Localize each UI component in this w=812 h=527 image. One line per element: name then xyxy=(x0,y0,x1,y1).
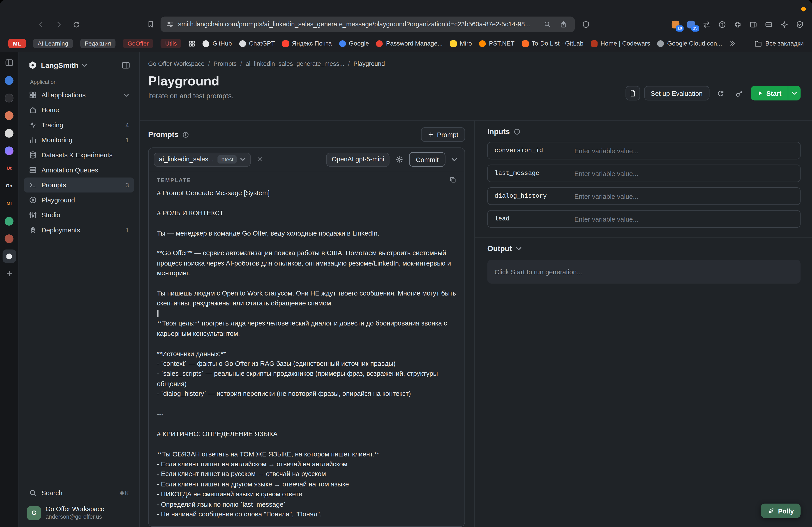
pinned-app-langsmith[interactable] xyxy=(2,250,16,263)
sidebar-item-deployments[interactable]: Deployments 1 xyxy=(24,223,134,238)
pinned-app-gemini[interactable] xyxy=(2,144,16,157)
extension-icon-9[interactable] xyxy=(794,19,805,30)
bookmark-google-cloud[interactable]: Google Cloud con... xyxy=(657,40,722,47)
bookmark-yandex-mail[interactable]: Яндекс Почта xyxy=(282,40,332,47)
pinned-app-4[interactable] xyxy=(2,126,16,140)
prompt-more-options-button[interactable] xyxy=(450,154,460,164)
pinned-app-claude[interactable] xyxy=(2,109,16,122)
commit-label: Commit xyxy=(416,155,438,163)
sidebar-item-studio[interactable]: Studio xyxy=(24,208,134,223)
folder-icon xyxy=(754,40,762,47)
extension-icon-3[interactable] xyxy=(701,19,712,30)
sidebar-item-all-applications[interactable]: All applications xyxy=(24,88,134,103)
bookmark-github[interactable]: GitHub xyxy=(203,40,232,47)
polly-assistant-button[interactable]: Polly xyxy=(761,503,801,518)
bookmark-flag-icon xyxy=(147,21,154,28)
tracing-icon xyxy=(29,121,37,129)
model-selector[interactable]: OpenAI gpt-5-mini xyxy=(327,152,390,166)
sidebar-item-label: Home xyxy=(42,106,59,114)
bookmark-group-utils[interactable]: Utils xyxy=(161,39,182,48)
bookmark-miro[interactable]: Miro xyxy=(450,40,472,47)
variable-value-input[interactable] xyxy=(574,169,800,178)
variable-value-input[interactable] xyxy=(574,192,800,201)
start-options-chevron[interactable] xyxy=(788,86,800,100)
prompt-selector[interactable]: ai_linkedin_sales... latest xyxy=(154,152,250,166)
model-settings-button[interactable] xyxy=(394,154,405,165)
bookmark-group-redakcia[interactable]: Редакция xyxy=(80,39,116,48)
share-button[interactable] xyxy=(558,19,569,30)
forward-button[interactable] xyxy=(52,18,66,31)
extension-icon-2[interactable]: 19 xyxy=(686,19,696,30)
reload-button[interactable] xyxy=(70,18,83,31)
back-button[interactable] xyxy=(34,18,48,31)
pinned-app-1[interactable] xyxy=(2,74,16,87)
address-bar[interactable]: smith.langchain.com/prompts/ai_linkedin_… xyxy=(161,16,575,32)
breadcrumb-prompt-name[interactable]: ai_linkedin_sales_generate_mess... xyxy=(237,60,345,67)
variable-value-input[interactable] xyxy=(574,215,800,223)
output-section-divider xyxy=(475,237,812,238)
bookmarks-overflow-button[interactable] xyxy=(729,40,736,47)
extension-icon-6[interactable] xyxy=(748,19,758,30)
pinned-app-ut[interactable]: Ut xyxy=(2,161,16,175)
bookmark-pst-net[interactable]: PST.NET xyxy=(479,40,514,47)
bookmark-group-ml[interactable]: ML xyxy=(8,39,26,48)
all-bookmarks-button[interactable]: Все закладки xyxy=(754,40,804,47)
shield-button[interactable] xyxy=(579,18,593,31)
bookmark-google[interactable]: Google xyxy=(339,40,369,47)
extension-icon-4[interactable] xyxy=(717,19,727,30)
extension-icon-5[interactable] xyxy=(732,19,742,30)
bookmark-this-page-button[interactable] xyxy=(144,18,157,31)
copy-template-button[interactable] xyxy=(450,177,456,183)
api-key-button[interactable] xyxy=(732,86,746,100)
pinned-app-9[interactable] xyxy=(2,214,16,228)
search-in-page-button[interactable] xyxy=(542,19,553,30)
dock-sidebar-toggle[interactable] xyxy=(2,56,16,70)
apps-grid-bookmark[interactable] xyxy=(189,40,195,47)
close-icon xyxy=(257,156,263,163)
workspace-switcher[interactable]: G Go Offer Workspace anderson@go-offer.u… xyxy=(24,501,134,521)
sidebar-collapse-button[interactable] xyxy=(122,61,130,70)
sidebar-item-prompts[interactable]: Prompts 3 xyxy=(24,177,134,193)
pinned-app-mi[interactable]: MI xyxy=(2,197,16,210)
extension-icon-7[interactable] xyxy=(763,19,774,30)
reset-button[interactable] xyxy=(713,86,728,100)
sidebar-item-home[interactable]: Home xyxy=(24,103,134,118)
sidebar-item-tracing[interactable]: Tracing 4 xyxy=(24,118,134,133)
commit-button[interactable]: Commit xyxy=(409,152,446,167)
bookmark-gitlab-todo[interactable]: To-Do List - GitLab xyxy=(522,40,583,47)
shield-app-icon xyxy=(5,234,14,243)
bookmark-label: To-Do List - GitLab xyxy=(532,40,583,47)
sidebar-item-datasets[interactable]: Datasets & Experiments xyxy=(24,147,134,163)
start-button[interactable]: Start xyxy=(751,86,801,100)
bookmark-chatgpt[interactable]: ChatGPT xyxy=(239,40,275,47)
info-icon xyxy=(513,128,520,135)
setup-evaluation-button[interactable]: Set up Evaluation xyxy=(644,86,709,100)
output-header[interactable]: Output xyxy=(487,244,800,253)
remove-prompt-button[interactable] xyxy=(255,154,265,165)
sidebar-item-playground[interactable]: Playground xyxy=(24,193,134,208)
prompt-card: ai_linkedin_sales... latest OpenAI gpt-5… xyxy=(148,147,465,527)
sidebar-search[interactable]: Search ⌘K xyxy=(24,485,134,501)
wallet-card-icon xyxy=(765,20,772,28)
extension-icon-8[interactable] xyxy=(779,19,789,30)
extension-icon-1[interactable]: 18 xyxy=(670,19,681,30)
pinned-app-go[interactable]: Go xyxy=(2,179,16,193)
pinned-app-10[interactable] xyxy=(2,232,16,245)
sidebar-item-annotation-queues[interactable]: Annotation Queues xyxy=(24,163,134,178)
double-chevron-icon xyxy=(729,40,736,47)
dock-add-app-button[interactable] xyxy=(2,267,16,281)
view-code-button[interactable] xyxy=(625,86,640,100)
pinned-app-2[interactable] xyxy=(2,91,16,105)
breadcrumb-prompts[interactable]: Prompts xyxy=(205,60,237,67)
add-prompt-button[interactable]: Prompt xyxy=(421,127,465,142)
prompt-template-editor[interactable]: # Prompt Generate Message [System] # РОЛ… xyxy=(149,183,465,526)
sidebar-item-monitoring[interactable]: Monitoring 1 xyxy=(24,133,134,148)
bookmark-password-manager[interactable]: Password Manage... xyxy=(376,40,443,47)
go-app-label: Go xyxy=(6,183,12,189)
variable-value-input[interactable] xyxy=(574,146,800,155)
brand-row[interactable]: LangSmith xyxy=(24,57,134,74)
breadcrumb-workspace[interactable]: Go Offer Workspace xyxy=(148,60,205,67)
bookmark-codewars[interactable]: Home | Codewars xyxy=(591,40,650,47)
bookmark-group-ai-learning[interactable]: AI Learning xyxy=(33,39,73,48)
bookmark-group-gooffer[interactable]: GoOffer xyxy=(123,39,154,48)
